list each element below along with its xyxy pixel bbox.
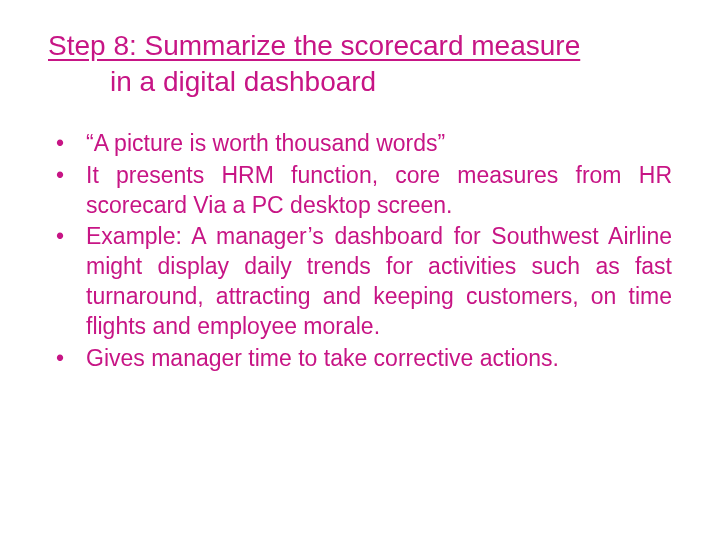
bullet-list: “A picture is worth thousand words” It p…	[48, 129, 672, 374]
list-item: Gives manager time to take corrective ac…	[48, 344, 672, 374]
list-item: Example: A manager’s dashboard for South…	[48, 222, 672, 342]
list-item: It presents HRM function, core measures …	[48, 161, 672, 221]
title-line-2: in a digital dashboard	[110, 64, 376, 100]
list-item: “A picture is worth thousand words”	[48, 129, 672, 159]
slide-title: Step 8: Summarize the scorecard measure …	[48, 28, 672, 101]
title-line-1: Step 8: Summarize the scorecard measure	[48, 30, 580, 61]
slide-container: Step 8: Summarize the scorecard measure …	[0, 0, 720, 396]
